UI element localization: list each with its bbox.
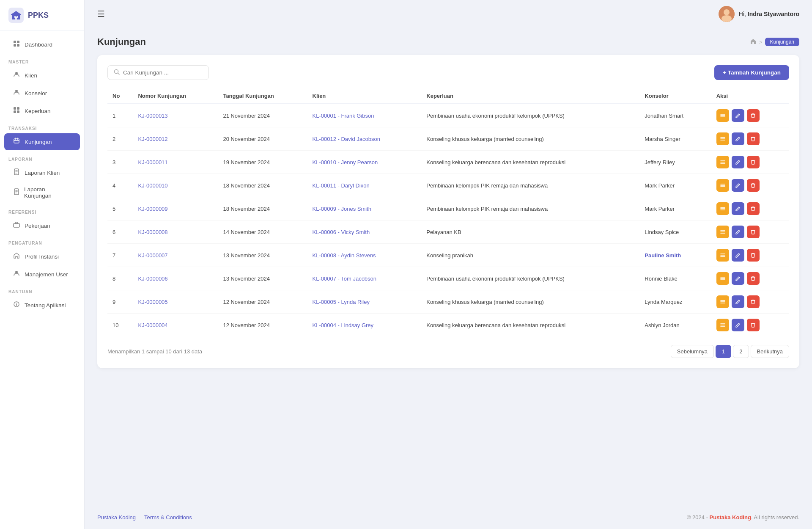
search-input[interactable]: [123, 69, 203, 76]
footer-link-pustaka-koding[interactable]: Pustaka Koding: [97, 514, 136, 521]
detail-button[interactable]: [716, 319, 729, 331]
cell-tanggal: 13 November 2024: [218, 267, 307, 290]
detail-button[interactable]: [716, 179, 729, 192]
sidebar-section-referensi: REFERENSI: [0, 204, 84, 216]
cell-aksi: [711, 151, 789, 174]
sidebar-item-konselor[interactable]: Konselor: [4, 85, 80, 102]
edit-button[interactable]: [732, 295, 744, 308]
svg-rect-1: [14, 16, 16, 18]
footer-rights: . All rights reserved.: [751, 514, 799, 521]
delete-button[interactable]: [747, 249, 760, 262]
detail-button[interactable]: [716, 226, 729, 238]
sidebar-item-label-konselor: Konselor: [25, 90, 47, 96]
nomor-link[interactable]: KJ-0000010: [138, 182, 167, 189]
delete-button[interactable]: [747, 319, 760, 331]
cell-keperluan: Konseling keluarga berencana dan kesehat…: [421, 314, 639, 337]
pagination: Menampilkan 1 sampai 10 dari 13 data Seb…: [107, 345, 789, 358]
klien-link[interactable]: KL-00001 - Frank Gibson: [313, 113, 374, 119]
edit-button[interactable]: [732, 179, 744, 192]
edit-button[interactable]: [732, 272, 744, 285]
klien-link[interactable]: KL-00005 - Lynda Riley: [313, 299, 370, 305]
klien-link[interactable]: KL-00007 - Tom Jacobson: [313, 276, 377, 282]
delete-button[interactable]: [747, 132, 760, 145]
detail-button[interactable]: [716, 202, 729, 215]
delete-button[interactable]: [747, 109, 760, 122]
sidebar-item-laporan-klien[interactable]: Laporan Klien: [4, 164, 80, 181]
delete-button[interactable]: [747, 156, 760, 168]
cell-keperluan: Pembinaan usaha ekonomi produktif kelomp…: [421, 267, 639, 290]
sidebar-item-tentang-aplikasi[interactable]: Tentang Aplikasi: [4, 297, 80, 314]
delete-button[interactable]: [747, 179, 760, 192]
table-row: 3 KJ-0000011 19 November 2024 KL-00010 -…: [107, 151, 789, 174]
sidebar-item-laporan-kunjungan[interactable]: Laporan Kunjungan: [4, 182, 80, 203]
klien-link[interactable]: KL-00008 - Aydin Stevens: [313, 252, 376, 259]
hamburger-menu[interactable]: ☰: [97, 9, 105, 19]
detail-button[interactable]: [716, 249, 729, 262]
klien-link[interactable]: KL-00010 - Jenny Pearson: [313, 159, 378, 165]
cell-klien: KL-00012 - David Jacobson: [307, 127, 422, 151]
page-1-button[interactable]: 1: [716, 345, 731, 358]
kunjungan-icon: [13, 138, 20, 146]
sidebar-item-pekerjaan[interactable]: Pekerjaan: [4, 217, 80, 234]
page-header: Kunjungan > Kunjungan: [97, 36, 799, 47]
klien-link[interactable]: KL-00006 - Vicky Smith: [313, 229, 370, 235]
detail-button[interactable]: [716, 156, 729, 168]
sidebar-section-transaksi: TRANSAKSI: [0, 120, 84, 132]
nomor-link[interactable]: KJ-0000009: [138, 206, 167, 212]
nomor-link[interactable]: KJ-0000011: [138, 159, 167, 165]
nomor-link[interactable]: KJ-0000006: [138, 276, 167, 282]
edit-button[interactable]: [732, 319, 744, 331]
delete-button[interactable]: [747, 202, 760, 215]
next-button[interactable]: Berikutnya: [751, 345, 789, 358]
svg-line-35: [118, 73, 120, 75]
page-2-button[interactable]: 2: [733, 345, 749, 358]
footer-link-terms-conditions[interactable]: Terms & Conditions: [144, 514, 192, 521]
laporan-kunjungan-icon: [13, 188, 20, 197]
svg-rect-4: [17, 41, 19, 43]
main-card: + Tambah Kunjungan No Nomor Kunjungan Ta…: [97, 55, 799, 368]
detail-button[interactable]: [716, 109, 729, 122]
klien-link[interactable]: KL-00009 - Jones Smith: [313, 206, 371, 212]
cell-nomor: KJ-0000011: [133, 151, 218, 174]
footer-copy-text: © 2024 -: [687, 514, 710, 521]
delete-button[interactable]: [747, 226, 760, 238]
search-box[interactable]: [107, 65, 209, 80]
cell-keperluan: Konseling khusus keluarga (married couns…: [421, 127, 639, 151]
sidebar-item-dashboard[interactable]: Dashboard: [4, 36, 80, 53]
sidebar-item-klien[interactable]: Klien: [4, 67, 80, 84]
detail-button[interactable]: [716, 132, 729, 145]
table-row: 8 KJ-0000006 13 November 2024 KL-00007 -…: [107, 267, 789, 290]
delete-button[interactable]: [747, 272, 760, 285]
prev-button[interactable]: Sebelumnya: [671, 345, 714, 358]
card-toolbar: + Tambah Kunjungan: [107, 65, 789, 80]
cell-tanggal: 19 November 2024: [218, 151, 307, 174]
sidebar-item-kunjungan[interactable]: Kunjungan: [4, 133, 80, 150]
edit-button[interactable]: [732, 156, 744, 168]
cell-klien: KL-00011 - Daryl Dixon: [307, 174, 422, 197]
table-body: 1 KJ-0000013 21 November 2024 KL-00001 -…: [107, 104, 789, 336]
detail-button[interactable]: [716, 295, 729, 308]
sidebar-item-manajemen-user[interactable]: Manajemen User: [4, 266, 80, 283]
detail-button[interactable]: [716, 272, 729, 285]
klien-link[interactable]: KL-00011 - Daryl Dixon: [313, 182, 370, 189]
klien-link[interactable]: KL-00012 - David Jacobson: [313, 136, 380, 142]
nomor-link[interactable]: KJ-0000005: [138, 299, 167, 305]
edit-button[interactable]: [732, 202, 744, 215]
nomor-link[interactable]: KJ-0000007: [138, 252, 167, 259]
nomor-link[interactable]: KJ-0000013: [138, 113, 167, 119]
nomor-link[interactable]: KJ-0000008: [138, 229, 167, 235]
add-kunjungan-button[interactable]: + Tambah Kunjungan: [714, 65, 789, 80]
sidebar-item-profil-instansi[interactable]: Profil Instansi: [4, 248, 80, 265]
cell-aksi: [711, 197, 789, 220]
nomor-link[interactable]: KJ-0000012: [138, 136, 167, 142]
edit-button[interactable]: [732, 132, 744, 145]
edit-button[interactable]: [732, 226, 744, 238]
profil-instansi-icon: [13, 252, 20, 261]
nomor-link[interactable]: KJ-0000004: [138, 322, 167, 328]
klien-link[interactable]: KL-00004 - Lindsay Grey: [313, 322, 374, 328]
delete-button[interactable]: [747, 295, 760, 308]
cell-nomor: KJ-0000013: [133, 104, 218, 127]
sidebar-item-keperluan[interactable]: Keperluan: [4, 102, 80, 119]
edit-button[interactable]: [732, 249, 744, 262]
edit-button[interactable]: [732, 109, 744, 122]
